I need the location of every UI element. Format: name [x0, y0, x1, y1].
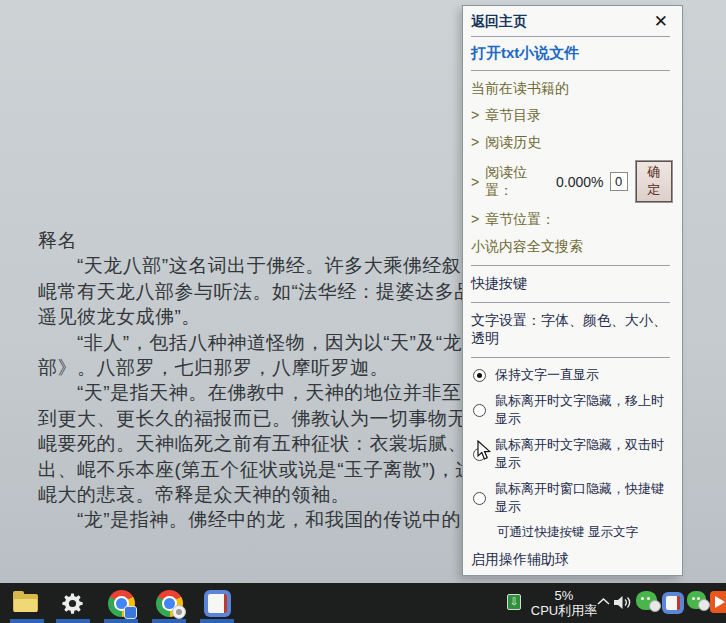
- chapter-position-label: 章节位置：: [485, 211, 555, 227]
- assist-ball-item[interactable]: 启用操作辅助球: [471, 551, 672, 569]
- cpu-percent: 5%: [524, 588, 604, 603]
- panel-header: 返回主页 ✕: [471, 13, 672, 31]
- radio-icon[interactable]: [473, 492, 486, 505]
- orange-app-tray-icon[interactable]: [710, 591, 726, 613]
- chrome-profile-icon[interactable]: [156, 590, 183, 617]
- radio-label: 鼠标离开时窗口隐藏，快捷键显示: [495, 480, 672, 516]
- wechat-tray-icon-2[interactable]: [687, 591, 706, 609]
- reading-position-row: > 阅读位置： 0.000% 确定: [471, 161, 672, 202]
- radio-icon[interactable]: [473, 404, 486, 417]
- divider: [471, 578, 670, 579]
- radio-note: 可通过快捷按键 显示文字: [497, 524, 672, 541]
- reading-position-label: 阅读位置：: [485, 164, 551, 200]
- radio-hide-on-leave-show-on-dblclick[interactable]: 鼠标离开时文字隐藏，双击时显示: [471, 436, 672, 472]
- running-indicator: [152, 619, 186, 623]
- desktop: 释名 “天龙八部”这名词出于佛经。许多大乘佛经叙述佛向诸菩萨、比 崐常有天龙八部…: [0, 0, 726, 623]
- open-txt-file-link[interactable]: 打开txt小说文件: [471, 44, 672, 63]
- chrome-app-icon[interactable]: [108, 590, 135, 617]
- cpu-usage-indicator[interactable]: 5% CPU利用率: [524, 588, 604, 618]
- gear-icon: [59, 590, 86, 617]
- radio-label: 鼠标离开时文字隐藏，双击时显示: [495, 436, 672, 472]
- reader-menu-panel: 返回主页 ✕ 打开txt小说文件 当前在读书籍的 >章节目录 >阅读历史 > 阅…: [462, 5, 683, 576]
- running-indicator: [200, 619, 234, 623]
- confirm-button[interactable]: 确定: [636, 161, 672, 202]
- blue-reader-icon: [662, 592, 684, 614]
- reader-app-icon[interactable]: [204, 590, 231, 617]
- reading-position-input[interactable]: [610, 172, 628, 191]
- blue-reader-icon: [204, 590, 231, 617]
- close-icon[interactable]: ✕: [654, 15, 668, 29]
- divider: [471, 265, 670, 266]
- wechat-badge: [649, 600, 661, 612]
- folder-front: [14, 599, 37, 612]
- chapter-toc-item[interactable]: >章节目录: [471, 107, 672, 125]
- chapter-toc-label: 章节目录: [485, 107, 541, 123]
- chevron-up-icon[interactable]: [596, 596, 611, 608]
- text-settings-item[interactable]: 文字设置：字体、颜色、大小、透明: [471, 312, 672, 348]
- chevron-right-icon: >: [471, 107, 479, 123]
- speaker-icon[interactable]: [612, 594, 632, 611]
- wechat-badge: [698, 599, 710, 611]
- divider: [471, 302, 670, 303]
- profile-badge: [172, 605, 186, 619]
- fulltext-search-item[interactable]: 小说内容全文搜索: [471, 238, 672, 256]
- current-book-label: 当前在读书籍的: [471, 80, 672, 98]
- radio-hide-window-show-by-hotkey[interactable]: 鼠标离开时窗口隐藏，快捷键显示: [471, 480, 672, 516]
- tray-plugin-icon[interactable]: ⇩: [507, 594, 521, 610]
- taskbar: ⇩ 5% CPU利用率: [0, 583, 726, 623]
- settings-gear-icon[interactable]: [59, 590, 86, 617]
- divider: [471, 70, 670, 71]
- reading-history-label: 阅读历史: [485, 134, 541, 150]
- radio-hide-on-leave-show-on-hover[interactable]: 鼠标离开时文字隐藏，移上时显示: [471, 392, 672, 428]
- chevron-right-icon: >: [471, 211, 479, 227]
- blue-reader-tray-icon[interactable]: [662, 592, 684, 614]
- chevron-right-icon: >: [471, 174, 479, 190]
- running-indicator: [104, 619, 138, 623]
- reading-position-value: 0.000%: [556, 174, 603, 190]
- radio-keep-text-visible[interactable]: 保持文字一直显示: [471, 366, 672, 384]
- hotkeys-item[interactable]: 快捷按键: [471, 275, 672, 293]
- wechat-tray-icon[interactable]: [636, 591, 657, 610]
- divider: [471, 357, 670, 358]
- cpu-label: CPU利用率: [524, 603, 604, 618]
- running-indicator: [10, 619, 44, 623]
- mouse-cursor: [477, 440, 493, 462]
- chapter-position-item[interactable]: >章节位置：: [471, 211, 672, 229]
- divider: [471, 36, 670, 37]
- radio-icon[interactable]: [473, 369, 486, 382]
- blue-app-badge: [124, 606, 137, 619]
- radio-label: 鼠标离开时文字隐藏，移上时显示: [495, 392, 672, 428]
- file-explorer-icon[interactable]: [12, 590, 39, 617]
- running-indicator: [56, 619, 90, 623]
- chevron-right-icon: >: [471, 134, 479, 150]
- radio-label: 保持文字一直显示: [495, 366, 599, 384]
- back-home-link[interactable]: 返回主页: [471, 13, 527, 31]
- reading-history-item[interactable]: >阅读历史: [471, 134, 672, 152]
